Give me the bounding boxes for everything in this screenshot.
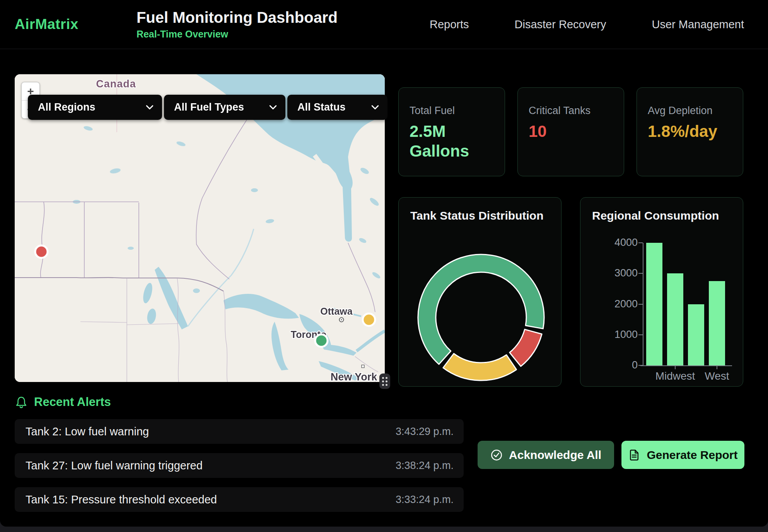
y-tick-label: 3000 (596, 267, 638, 279)
recent-alerts-header: Recent Alerts (15, 395, 111, 409)
y-tick-mark (638, 334, 643, 335)
y-tick-mark (638, 242, 643, 243)
y-tick-label: 4000 (596, 237, 638, 249)
nav-item-disaster-recovery[interactable]: Disaster Recovery (515, 18, 606, 31)
alert-message: Tank 2: Low fuel warning (26, 425, 149, 438)
alert-row[interactable]: Tank 27: Low fuel warning triggered3:38:… (15, 453, 464, 478)
stat-label: Critical Tanks (529, 105, 614, 117)
y-tick-mark (638, 304, 643, 305)
y-tick-label: 2000 (596, 298, 638, 310)
stat-card-total-fuel: Total Fuel 2.5M Gallons (398, 87, 505, 176)
map-canvas[interactable]: Canada Ottawa Toronto New York (15, 74, 385, 382)
bar-region-1 (667, 273, 683, 365)
donut-segment-critical (510, 329, 542, 367)
x-tick-label: West (682, 370, 752, 382)
regional-consumption-card: Regional Consumption 40003000200010000Mi… (580, 197, 743, 387)
nav-item-user-management[interactable]: User Management (652, 18, 744, 31)
map-svg: Canada Ottawa Toronto New York (15, 74, 385, 382)
stat-value: 1.8%/day (648, 121, 729, 141)
stat-value: 2.5M Gallons (410, 121, 491, 161)
tank-status-donut-chart (399, 198, 562, 387)
y-axis-line (643, 243, 643, 365)
alert-timestamp: 3:33:24 p.m. (396, 494, 454, 506)
x-tick-mark (675, 365, 676, 369)
app-logo: AirMatrix (15, 16, 79, 32)
filter-dropdown-all-regions[interactable]: All Regions (28, 95, 162, 120)
bar-region-3 (709, 281, 725, 365)
ottawa-town-dot (341, 319, 342, 320)
alert-row[interactable]: Tank 2: Low fuel warning3:43:29 p.m. (15, 419, 464, 444)
generate-report-button[interactable]: Generate Report (621, 441, 744, 469)
map-filter-bar: All RegionsAll Fuel TypesAll Status (28, 95, 387, 120)
x-tick-mark (717, 365, 717, 369)
app-header: AirMatrix Fuel Monitoring Dashboard Real… (0, 0, 768, 49)
filter-dropdown-all-fuel-types[interactable]: All Fuel Types (164, 95, 285, 120)
tank-marker-normal[interactable] (315, 334, 328, 347)
page-title-block: Fuel Monitoring Dashboard Real-Time Over… (137, 9, 338, 40)
x-axis-line (640, 365, 732, 366)
stat-card-avg-depletion: Avg Depletion 1.8%/day (637, 87, 743, 176)
y-tick-mark (638, 273, 643, 274)
stat-card-critical-tanks: Critical Tanks 10 (517, 87, 624, 176)
stat-label: Avg Depletion (648, 105, 734, 117)
generate-report-label: Generate Report (647, 448, 737, 462)
stat-value: 10 (529, 121, 610, 141)
nav-item-reports[interactable]: Reports (430, 18, 469, 31)
recent-alerts-title: Recent Alerts (34, 395, 111, 409)
y-tick-label: 0 (596, 359, 638, 371)
y-tick-mark (638, 365, 643, 366)
y-tick-label: 1000 (596, 329, 638, 341)
alert-timestamp: 3:38:24 p.m. (396, 460, 454, 472)
alert-message: Tank 27: Low fuel warning triggered (26, 459, 203, 472)
donut-segment-warning (443, 353, 517, 380)
tank-status-card: Tank Status Distribution (398, 197, 561, 387)
chevron-down-icon (146, 105, 154, 110)
bar-region-0 (646, 243, 662, 365)
ottawa-label: Ottawa (320, 306, 353, 317)
bell-icon (15, 396, 28, 409)
check-circle-icon (490, 449, 503, 461)
resize-grip[interactable] (379, 373, 390, 389)
alert-row[interactable]: Tank 15: Pressure threshold exceeded3:33… (15, 487, 464, 512)
chevron-down-icon (371, 105, 379, 110)
filter-dropdown-all-status[interactable]: All Status (287, 95, 387, 120)
newyork-label: New York (331, 371, 378, 382)
newyork-town-symbol (362, 365, 364, 368)
tank-marker-warning[interactable] (363, 314, 375, 326)
dashboard-page: AirMatrix Fuel Monitoring Dashboard Real… (0, 0, 768, 527)
page-title: Fuel Monitoring Dashboard (137, 9, 338, 26)
report-document-icon (628, 449, 640, 461)
stat-label: Total Fuel (410, 105, 495, 117)
map-panel: Canada Ottawa Toronto New York + − All R… (15, 74, 385, 382)
regional-consumption-bar-chart: 40003000200010000MidwestWest (580, 198, 743, 386)
alert-timestamp: 3:43:29 p.m. (396, 426, 454, 438)
top-nav: ReportsDisaster RecoveryUser Management (430, 18, 744, 31)
acknowledge-all-button[interactable]: Acknowledge All (478, 441, 614, 469)
bar-region-2 (688, 304, 704, 366)
page-subtitle: Real-Time Overview (137, 29, 338, 40)
alert-message: Tank 15: Pressure threshold exceeded (26, 493, 217, 506)
canada-label: Canada (96, 78, 136, 90)
tank-marker-critical[interactable] (35, 246, 48, 258)
chevron-down-icon (269, 105, 277, 110)
acknowledge-all-label: Acknowledge All (509, 448, 601, 462)
